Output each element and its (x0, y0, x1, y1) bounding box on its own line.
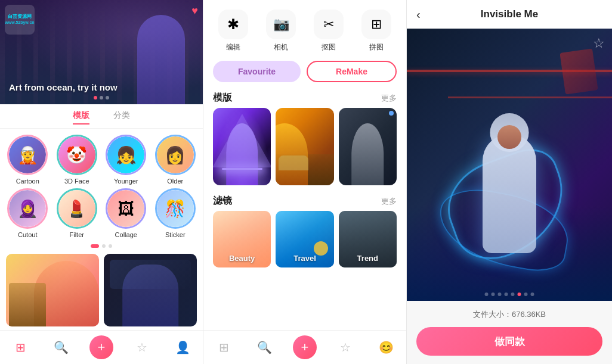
avatar-younger-label: Younger (114, 178, 138, 185)
avatar-filter-label: Filter (70, 231, 84, 238)
filter-trend-label: Trend (357, 254, 378, 263)
avatar-cartoon[interactable]: 🧝 Cartoon (6, 135, 50, 185)
hero-dot-1 (94, 96, 97, 99)
tool-cutout-label: 抠图 (322, 42, 336, 52)
templates-section-header: 模版 更多 (203, 87, 406, 108)
slide-dot-6 (518, 293, 521, 296)
back-button[interactable]: ‹ (416, 8, 421, 21)
nav-favorites[interactable]: ☆ (130, 338, 154, 357)
filter-travel[interactable]: Travel (276, 211, 333, 267)
filter-grid: Beauty Travel Trend (203, 211, 406, 267)
filter-beauty[interactable]: Beauty (213, 211, 271, 267)
banner-cards (0, 250, 203, 330)
avatar-filter[interactable]: 💄 Filter (55, 188, 99, 238)
avatar-collage[interactable]: 🖼 Collage (104, 188, 148, 238)
mid-nav-favorites[interactable]: ☆ (333, 338, 357, 357)
filter-travel-label: Travel (293, 254, 316, 263)
templates-title: 模版 (213, 92, 232, 104)
avatar-sticker-label: Sticker (165, 231, 186, 238)
filters-section-header: 滤镜 更多 (203, 190, 406, 211)
banner-card-2[interactable] (104, 254, 197, 326)
avatar-grid-row2: 🧕 Cutout 💄 Filter 🖼 Collage 🎊 Sticker (0, 188, 203, 242)
filters-more[interactable]: 更多 (381, 196, 397, 207)
page-dot-2 (102, 244, 106, 248)
tool-camera[interactable]: 📷 相机 (266, 10, 296, 52)
tool-collage-label: 拼图 (369, 42, 384, 52)
detail-image[interactable]: ☆ (407, 29, 612, 301)
make-same-button[interactable]: 做同款 (416, 327, 602, 356)
avatar-older[interactable]: 👩 Older (154, 135, 197, 185)
tab-categories[interactable]: 分类 (113, 110, 130, 125)
tool-edit-label: 编辑 (226, 42, 240, 52)
template-card-3[interactable] (339, 108, 397, 185)
page-indicator (0, 242, 203, 250)
nav-search[interactable]: 🔍 (49, 338, 73, 357)
banner-card-1[interactable] (6, 254, 99, 326)
tab-templates[interactable]: 模版 (73, 110, 89, 125)
avatar-collage-label: Collage (115, 231, 137, 238)
filter-tabs: Favourite ReMake (203, 56, 406, 87)
hero-dot-3 (106, 96, 109, 99)
slide-dot-4 (505, 293, 508, 296)
hero-dot-2 (100, 96, 103, 99)
hero-dots (94, 96, 109, 99)
tool-camera-label: 相机 (274, 42, 288, 52)
detail-header: ‹ Invisible Me (407, 0, 612, 29)
mid-nav-emoji[interactable]: 😊 (374, 338, 398, 357)
filter-beauty-label: Beauty (229, 254, 255, 263)
mid-nav-search[interactable]: 🔍 (252, 338, 276, 357)
filter-tab-remake[interactable]: ReMake (307, 61, 397, 82)
hero-person (137, 15, 185, 104)
avatar-3dface[interactable]: 🤡 3D Face (55, 135, 99, 185)
avatar-older-label: Older (167, 178, 183, 185)
avatar-grid: 🧝 Cartoon 🤡 3D Face 👧 Younger 👩 Older (0, 129, 203, 188)
template-card-2[interactable] (276, 108, 333, 185)
nav-profile[interactable]: 👤 (171, 338, 194, 357)
hero-heart-icon[interactable]: ♥ (191, 5, 198, 17)
category-tabs: 模版 分类 (0, 104, 203, 129)
template-grid (203, 108, 406, 190)
template-card-1[interactable] (213, 108, 271, 185)
nav-add-button[interactable]: + (89, 335, 113, 359)
left-bottom-nav: ⊞ 🔍 + ☆ 👤 (0, 330, 203, 364)
star-favorite-icon[interactable]: ☆ (593, 36, 605, 51)
detail-title: Invisible Me (481, 8, 538, 20)
panel-mid: ✱ 编辑 📷 相机 ✂ 抠图 ⊞ 拼图 Favourite ReMake 模版 … (203, 0, 407, 364)
page-dot-1 (91, 244, 99, 248)
tool-collage[interactable]: ⊞ 拼图 (361, 10, 391, 52)
templates-more[interactable]: 更多 (381, 93, 397, 104)
mid-bottom-nav: ⊞ 🔍 + ☆ 😊 (203, 330, 406, 364)
tool-edit[interactable]: ✱ 编辑 (218, 10, 248, 52)
slide-dots (485, 293, 534, 296)
slide-dot-3 (498, 293, 502, 296)
mid-nav-add-button[interactable]: + (293, 335, 317, 359)
filter-tab-favourite[interactable]: Favourite (213, 61, 301, 82)
slide-dot-8 (531, 293, 534, 296)
slide-dot-5 (511, 293, 515, 296)
hero-logo: 白芸资源网www.52byw.cn (5, 5, 35, 35)
mid-nav-home[interactable]: ⊞ (212, 338, 236, 357)
nav-home[interactable]: ⊞ (8, 338, 32, 357)
avatar-cartoon-label: Cartoon (16, 178, 39, 185)
filters-title: 滤镜 (213, 195, 232, 207)
slide-dot-1 (485, 293, 489, 296)
avatar-younger[interactable]: 👧 Younger (104, 135, 148, 185)
file-size: 文件大小：676.36KB (416, 309, 602, 320)
slide-dot-7 (524, 293, 528, 296)
avatar-3dface-label: 3D Face (64, 178, 89, 185)
panel-right: ‹ Invisible Me ☆ (407, 0, 612, 364)
tool-cutout[interactable]: ✂ 抠图 (314, 10, 344, 52)
slide-dot-2 (492, 293, 495, 296)
avatar-sticker[interactable]: 🎊 Sticker (154, 188, 197, 238)
avatar-cutout-label: Cutout (18, 231, 37, 238)
filter-trend[interactable]: Trend (339, 211, 397, 267)
panel-left: 白芸资源网www.52byw.cn ♥ Art from ocean, try … (0, 0, 203, 364)
avatar-cutout[interactable]: 🧕 Cutout (6, 188, 50, 238)
page-dot-3 (109, 244, 112, 248)
tool-icons-row: ✱ 编辑 📷 相机 ✂ 抠图 ⊞ 拼图 (203, 0, 406, 56)
hero-banner: 白芸资源网www.52byw.cn ♥ Art from ocean, try … (0, 0, 203, 104)
detail-footer: 文件大小：676.36KB 做同款 (407, 301, 612, 364)
hero-text: Art from ocean, try it now (9, 82, 118, 92)
